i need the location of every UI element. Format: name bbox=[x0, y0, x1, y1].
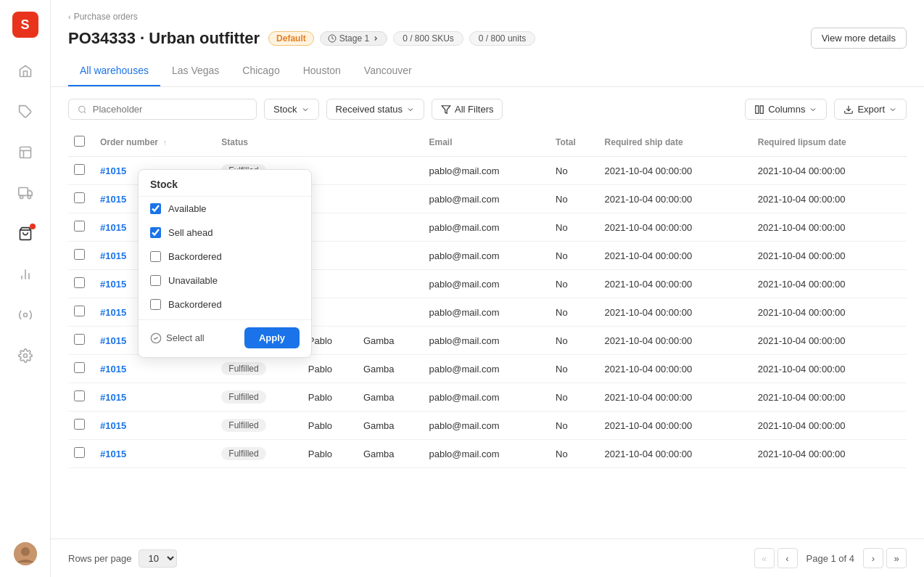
row-checkbox-cell[interactable] bbox=[68, 185, 94, 213]
row-order[interactable]: #1015 bbox=[94, 383, 215, 412]
user-avatar[interactable] bbox=[14, 542, 37, 565]
sell-ahead-checkbox[interactable] bbox=[150, 227, 161, 238]
svg-point-17 bbox=[79, 106, 86, 112]
row-checkbox[interactable] bbox=[74, 249, 85, 260]
row-checkbox-cell[interactable] bbox=[68, 213, 94, 242]
sidebar-item-tags[interactable] bbox=[12, 99, 38, 125]
row-total: No bbox=[550, 157, 599, 185]
filter-icon bbox=[441, 105, 451, 115]
row-status: Fulfilled bbox=[215, 440, 302, 468]
search-input[interactable] bbox=[93, 104, 247, 115]
header-badges: Default Stage 1 0 / 800 SKUs 0 / 800 uni… bbox=[268, 31, 535, 46]
unavailable-checkbox[interactable] bbox=[150, 275, 161, 286]
row-checkbox[interactable] bbox=[74, 164, 85, 175]
stock-filter-button[interactable]: Stock bbox=[264, 99, 319, 120]
row-status: Fulfilled bbox=[215, 355, 302, 383]
dropdown-item-backordered-1[interactable]: Backordered bbox=[139, 245, 311, 269]
tab-chicago[interactable]: Chicago bbox=[231, 59, 291, 86]
col-order-number[interactable]: Order number ↑ bbox=[94, 128, 215, 157]
row-first: Pablo bbox=[302, 355, 358, 383]
select-all-checkbox[interactable] bbox=[74, 136, 85, 147]
next-page-button[interactable]: › bbox=[863, 548, 883, 568]
row-checkbox-cell[interactable] bbox=[68, 412, 94, 440]
row-checkbox-cell[interactable] bbox=[68, 327, 94, 355]
available-label[interactable]: Available bbox=[168, 203, 207, 214]
backordered-2-label[interactable]: Backordered bbox=[168, 299, 222, 310]
row-email: pablo@mail.com bbox=[423, 185, 550, 213]
row-order[interactable]: #1015 bbox=[94, 412, 215, 440]
row-checkbox[interactable] bbox=[74, 192, 85, 203]
dropdown-item-backordered-2[interactable]: Backordered bbox=[139, 292, 311, 316]
select-all-header[interactable] bbox=[68, 128, 94, 157]
all-filters-button[interactable]: All Filters bbox=[432, 99, 503, 120]
row-checkbox[interactable] bbox=[74, 419, 85, 430]
col-first bbox=[302, 128, 358, 157]
sell-ahead-label[interactable]: Sell ahead bbox=[168, 227, 213, 238]
row-checkbox[interactable] bbox=[74, 221, 85, 232]
row-lipsum-date: 2021-10-04 00:00:00 bbox=[752, 412, 907, 440]
first-page-button[interactable]: « bbox=[754, 548, 775, 568]
sidebar-item-analytics[interactable] bbox=[12, 261, 38, 287]
search-icon bbox=[78, 105, 87, 115]
backordered-1-label[interactable]: Backordered bbox=[168, 251, 222, 262]
breadcrumb: ‹ Purchase orders bbox=[68, 12, 907, 22]
prev-page-button[interactable]: ‹ bbox=[777, 548, 798, 568]
dropdown-item-unavailable[interactable]: Unavailable bbox=[139, 269, 311, 292]
received-status-filter-button[interactable]: Received status bbox=[326, 99, 425, 120]
dropdown-item-available[interactable]: Available bbox=[139, 197, 311, 221]
tab-vancouver[interactable]: Vancouver bbox=[352, 59, 424, 86]
backordered-1-checkbox[interactable] bbox=[150, 251, 161, 262]
sidebar-item-documents[interactable] bbox=[12, 139, 38, 165]
sidebar-item-home[interactable] bbox=[12, 58, 38, 84]
columns-button[interactable]: Columns bbox=[745, 99, 827, 120]
row-checkbox[interactable] bbox=[74, 447, 85, 458]
rows-per-page-select[interactable]: 10 25 50 bbox=[139, 549, 177, 568]
row-checkbox[interactable] bbox=[74, 362, 85, 373]
unavailable-label[interactable]: Unavailable bbox=[168, 275, 218, 286]
row-checkbox-cell[interactable] bbox=[68, 157, 94, 185]
row-checkbox-cell[interactable] bbox=[68, 440, 94, 468]
row-order[interactable]: #1015 bbox=[94, 355, 215, 383]
export-button[interactable]: Export bbox=[834, 99, 907, 120]
row-total: No bbox=[550, 298, 599, 327]
tab-houston[interactable]: Houston bbox=[292, 59, 352, 86]
stage-badge[interactable]: Stage 1 bbox=[320, 31, 387, 46]
columns-icon bbox=[754, 105, 764, 115]
sidebar-item-orders[interactable] bbox=[12, 221, 38, 247]
row-checkbox[interactable] bbox=[74, 390, 85, 401]
row-checkbox-cell[interactable] bbox=[68, 242, 94, 270]
col-last bbox=[358, 128, 424, 157]
sidebar-item-shipping[interactable] bbox=[12, 180, 38, 206]
row-checkbox-cell[interactable] bbox=[68, 383, 94, 412]
dropdown-footer: Select all Apply bbox=[139, 319, 311, 348]
row-last: Gamba bbox=[358, 327, 424, 355]
row-checkbox-cell[interactable] bbox=[68, 270, 94, 298]
tab-las-vegas[interactable]: Las Vegas bbox=[160, 59, 231, 86]
sidebar-item-settings[interactable] bbox=[12, 343, 38, 369]
select-all-option[interactable]: Select all bbox=[150, 332, 205, 344]
available-checkbox[interactable] bbox=[150, 203, 161, 214]
dropdown-item-sell-ahead[interactable]: Sell ahead bbox=[139, 221, 311, 245]
tab-all-warehouses[interactable]: All warehouses bbox=[68, 59, 160, 86]
row-checkbox-cell[interactable] bbox=[68, 355, 94, 383]
view-more-button[interactable]: View more details bbox=[811, 28, 907, 49]
apply-button[interactable]: Apply bbox=[244, 327, 300, 348]
row-ship-date: 2021-10-04 00:00:00 bbox=[599, 157, 752, 185]
row-ship-date: 2021-10-04 00:00:00 bbox=[599, 327, 752, 355]
row-checkbox[interactable] bbox=[74, 277, 85, 288]
last-page-button[interactable]: » bbox=[886, 548, 907, 568]
breadcrumb-link[interactable]: Purchase orders bbox=[74, 12, 138, 22]
units-badge: 0 / 800 units bbox=[469, 31, 535, 46]
sidebar-item-integrations[interactable] bbox=[12, 302, 38, 328]
search-box[interactable] bbox=[68, 99, 257, 120]
row-checkbox[interactable] bbox=[74, 306, 85, 316]
received-status-label: Received status bbox=[336, 104, 403, 115]
row-ship-date: 2021-10-04 00:00:00 bbox=[599, 270, 752, 298]
row-checkbox[interactable] bbox=[74, 334, 85, 345]
row-total: No bbox=[550, 327, 599, 355]
orders-badge bbox=[30, 224, 36, 229]
backordered-2-checkbox[interactable] bbox=[150, 299, 161, 310]
row-order[interactable]: #1015 bbox=[94, 440, 215, 468]
row-checkbox-cell[interactable] bbox=[68, 298, 94, 327]
export-label: Export bbox=[857, 104, 885, 115]
